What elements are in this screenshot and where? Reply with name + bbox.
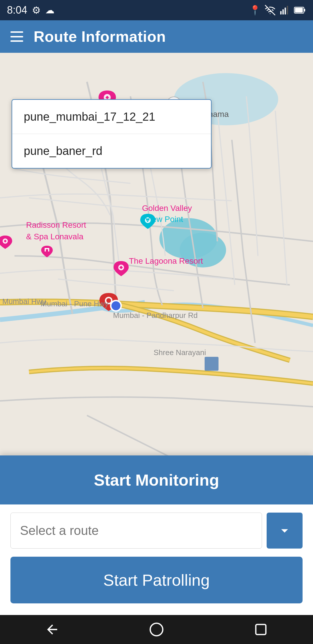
home-icon: [149, 622, 164, 637]
hamburger-menu-icon[interactable]: [10, 31, 23, 42]
svg-rect-27: [256, 625, 266, 635]
map-area[interactable]: ॐ Shri Balumama Golden Valley View Point…: [0, 53, 313, 511]
back-icon: [45, 622, 60, 637]
svg-rect-5: [304, 9, 305, 12]
route-dropdown-button[interactable]: [267, 513, 303, 549]
svg-rect-6: [295, 8, 303, 13]
svg-rect-15: [46, 249, 48, 252]
route-option-2[interactable]: pune_baner_rd: [12, 134, 211, 168]
recent-icon: [253, 622, 268, 637]
status-right: 📍: [249, 5, 306, 16]
svg-point-26: [150, 623, 163, 636]
svg-rect-25: [205, 357, 219, 371]
start-patrolling-button[interactable]: Start Patrolling: [10, 557, 303, 603]
page-title: Route Information: [34, 28, 166, 45]
battery-icon: [294, 5, 306, 15]
svg-point-21: [106, 298, 111, 303]
route-options-dropdown[interactable]: pune_mumbai_17_12_21 pune_baner_rd: [12, 99, 212, 169]
svg-rect-3: [287, 6, 288, 15]
svg-rect-0: [280, 11, 282, 15]
svg-point-10: [180, 233, 226, 267]
status-bar: 8:04 ⚙ ☁ 📍: [0, 0, 313, 20]
navigation-bar: [0, 615, 313, 644]
location-icon: 📍: [249, 5, 261, 16]
status-left: 8:04 ⚙ ☁: [7, 4, 54, 16]
svg-point-17: [147, 218, 149, 220]
svg-rect-2: [285, 8, 286, 15]
route-option-1[interactable]: pune_mumbai_17_12_21: [12, 100, 211, 134]
start-monitoring-button[interactable]: Start Monitoring: [0, 455, 313, 504]
svg-rect-1: [283, 9, 284, 15]
bottom-panel: Start Monitoring Start Patrolling: [0, 455, 313, 615]
status-time: 8:04: [7, 4, 27, 16]
chevron-down-icon: [276, 522, 293, 539]
settings-icon: ⚙: [32, 4, 41, 16]
signal-icon: [279, 5, 290, 15]
home-button[interactable]: [149, 622, 164, 637]
wifi-x-icon: [265, 5, 275, 15]
route-selector-row: [10, 513, 303, 549]
route-select-input[interactable]: [10, 513, 262, 549]
recent-apps-button[interactable]: [253, 622, 268, 637]
svg-point-22: [111, 301, 121, 311]
cloud-icon: ☁: [45, 5, 54, 16]
app-bar: Route Information: [0, 20, 313, 53]
back-button[interactable]: [45, 622, 60, 637]
